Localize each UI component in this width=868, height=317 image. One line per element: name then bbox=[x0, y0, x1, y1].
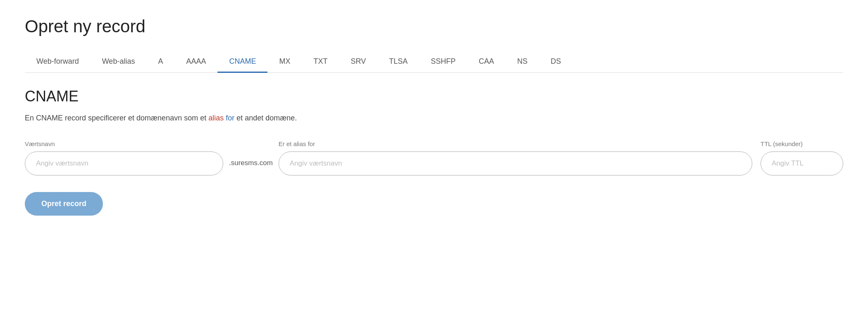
domain-suffix: .suresms.com bbox=[223, 159, 279, 167]
hostname-input[interactable] bbox=[25, 151, 223, 175]
form-row: Værtsnavn .suresms.com Er et alias for T… bbox=[25, 140, 843, 175]
tabs-list: Web-forward Web-alias A AAAA CNAME MX TX… bbox=[25, 51, 843, 72]
submit-button[interactable]: Opret record bbox=[25, 192, 103, 216]
tab-sshfp[interactable]: SSHFP bbox=[419, 51, 467, 73]
tab-caa[interactable]: CAA bbox=[467, 51, 506, 73]
alias-label: Er et alias for bbox=[279, 140, 752, 147]
tab-txt[interactable]: TXT bbox=[302, 51, 339, 73]
tab-tlsa[interactable]: TLSA bbox=[377, 51, 419, 73]
description-part1: En CNAME record specificerer et domænena… bbox=[25, 114, 208, 122]
tab-ns[interactable]: NS bbox=[506, 51, 539, 73]
tab-aaaa[interactable]: AAAA bbox=[174, 51, 217, 73]
tab-web-alias[interactable]: Web-alias bbox=[91, 51, 147, 73]
tabs-container: Web-forward Web-alias A AAAA CNAME MX TX… bbox=[25, 51, 843, 73]
description-alias: alias bbox=[208, 114, 224, 122]
tab-cname[interactable]: CNAME bbox=[217, 51, 267, 73]
hostname-label: Værtsnavn bbox=[25, 140, 223, 147]
section-description: En CNAME record specificerer et domænena… bbox=[25, 113, 843, 124]
description-part3: et andet domæne. bbox=[234, 114, 297, 122]
ttl-input[interactable] bbox=[761, 151, 843, 175]
page-title: Opret ny record bbox=[25, 17, 843, 36]
tab-mx[interactable]: MX bbox=[267, 51, 302, 73]
description-for: for bbox=[226, 114, 234, 122]
tab-ds[interactable]: DS bbox=[539, 51, 572, 73]
ttl-label: TTL (sekunder) bbox=[761, 140, 843, 147]
tab-a[interactable]: A bbox=[146, 51, 174, 73]
tab-srv[interactable]: SRV bbox=[339, 51, 377, 73]
tab-web-forward[interactable]: Web-forward bbox=[25, 51, 91, 73]
hostname-group: Værtsnavn bbox=[25, 140, 223, 175]
alias-input[interactable] bbox=[279, 151, 752, 175]
ttl-group: TTL (sekunder) bbox=[761, 140, 843, 175]
section-title: CNAME bbox=[25, 88, 843, 105]
alias-group: Er et alias for bbox=[279, 140, 752, 175]
